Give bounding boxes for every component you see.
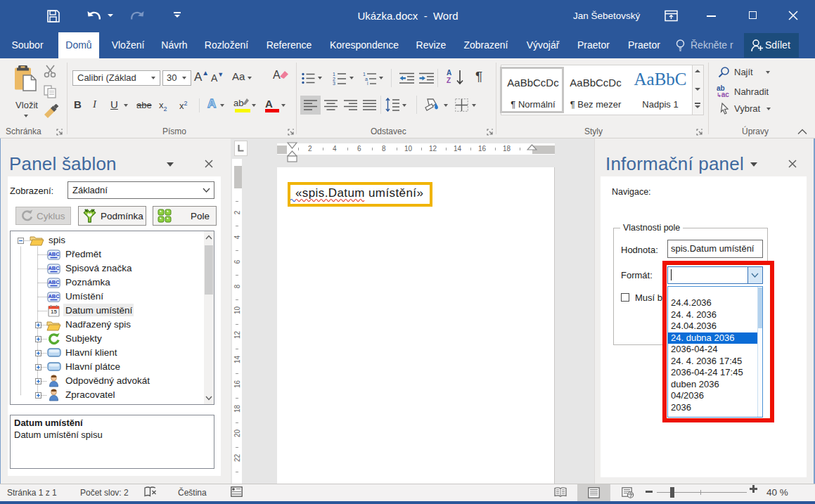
- svg-text:15: 15: [51, 309, 57, 315]
- svg-text:ABC: ABC: [48, 251, 60, 257]
- svg-text:ABC: ABC: [48, 279, 60, 285]
- svg-text:i: i: [367, 81, 368, 85]
- svg-text:1: 1: [333, 72, 335, 77]
- svg-text:3: 3: [333, 81, 335, 85]
- svg-text:ABC: ABC: [48, 265, 60, 271]
- svg-text:ABC: ABC: [48, 293, 60, 299]
